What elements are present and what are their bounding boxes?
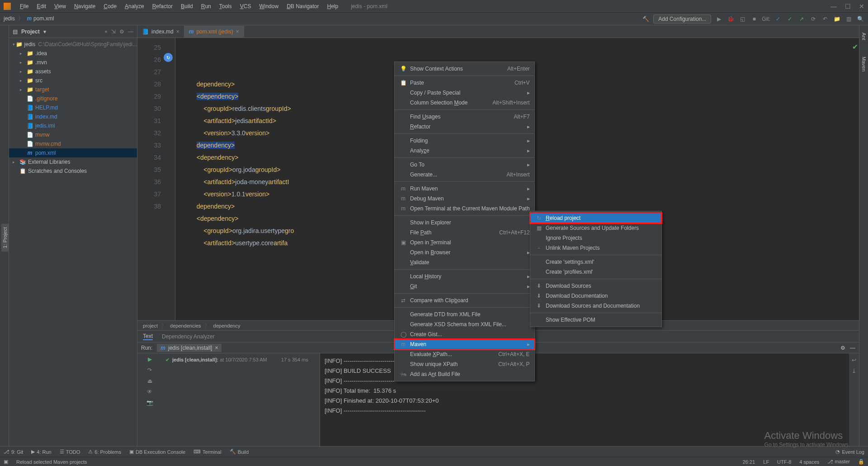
menu-navigate[interactable]: Navigate	[71, 1, 99, 11]
menu-item-open-in-browser[interactable]: Open in Browser▸	[395, 247, 534, 257]
breadcrumb-root[interactable]: jedis	[4, 15, 15, 22]
menu-build[interactable]: Build	[177, 1, 197, 11]
menu-item-folding[interactable]: Folding▸	[395, 136, 534, 146]
search-icon[interactable]: 🔍	[856, 16, 864, 22]
maven-submenu[interactable]: ↻Reload project▦Generate Sources and Upd…	[530, 211, 662, 327]
fold-gutter[interactable]	[165, 38, 175, 320]
menu-item-run-maven[interactable]: mRun Maven▸	[395, 184, 534, 194]
tool-project[interactable]: 1: Project	[1, 223, 9, 252]
close-icon[interactable]: ✕	[859, 3, 864, 10]
stop-icon[interactable]: ↷	[147, 367, 152, 373]
menu-item-download-sources-and-documentation[interactable]: ⬇Download Sources and Documentation	[530, 301, 661, 311]
expand-icon[interactable]: ⇲	[111, 29, 116, 35]
menu-item-reload-project[interactable]: ↻Reload project	[530, 213, 661, 223]
bb-event-log[interactable]: ◔ Event Log	[835, 449, 864, 455]
hide-icon[interactable]: —	[128, 29, 133, 35]
bb-run[interactable]: ▶ 4: Run	[31, 449, 51, 455]
tree-item[interactable]: 📄mvnw	[9, 130, 137, 139]
menu-item-find-usages[interactable]: Find UsagesAlt+F7	[395, 112, 534, 122]
menu-code[interactable]: Code	[100, 1, 120, 11]
minimize-icon[interactable]: —	[830, 3, 837, 10]
status-enc[interactable]: UTF-8	[777, 459, 791, 465]
menu-item-open-terminal-at-the-current-maven-module-path[interactable]: mOpen Terminal at the Current Maven Modu…	[395, 204, 534, 214]
run-tab[interactable]: m jedis [clean,install] ×	[157, 344, 222, 352]
crumb-item[interactable]: dependencies	[170, 323, 201, 328]
menu-item-git[interactable]: Git▸	[395, 281, 534, 291]
project-tree[interactable]: ▾📁jedisC:\Data\Code\GitHub\SpringFamily\…	[9, 38, 137, 446]
menu-item-local-history[interactable]: Local History▸	[395, 271, 534, 281]
git-rollback-icon[interactable]: ↶	[821, 16, 829, 22]
menu-item-unlink-maven-projects[interactable]: -Unlink Maven Projects	[530, 243, 661, 253]
bb-build[interactable]: 🔨 Build	[230, 449, 249, 455]
bb-git[interactable]: ⎇ 9: Git	[4, 449, 23, 455]
soft-wrap-icon[interactable]: ↩	[852, 357, 856, 363]
menu-item-compare-with-clipboard[interactable]: ⇄Compare with Clipboard	[395, 295, 534, 305]
tree-item[interactable]: ▾📁jedisC:\Data\Code\GitHub\SpringFamily\…	[9, 40, 137, 49]
gear-icon[interactable]: ⚙	[119, 29, 124, 35]
menu-edit[interactable]: Edit	[33, 1, 50, 11]
tree-item[interactable]: 📄mvnw.cmd	[9, 139, 137, 148]
tree-item[interactable]: 📋Scratches and Consoles	[9, 166, 137, 176]
editor-tab[interactable]: 📘 index.md ×	[137, 26, 184, 38]
status-spaces[interactable]: 4 spaces	[799, 459, 819, 465]
menu-item-generate-sources-and-update-folders[interactable]: ▦Generate Sources and Update Folders	[530, 223, 661, 233]
tree-item[interactable]: 📘index.md	[9, 112, 137, 121]
tree-item[interactable]: 📘HELP.md	[9, 103, 137, 112]
menu-item-go-to[interactable]: Go To▸	[395, 160, 534, 170]
tree-item[interactable]: ▸📁target	[9, 85, 137, 94]
menu-window[interactable]: Window	[255, 1, 282, 11]
menu-item-create-gist[interactable]: ◯Create Gist...	[395, 329, 534, 339]
menu-tools[interactable]: Tools	[216, 1, 236, 11]
ide-folder-icon[interactable]: 📁	[833, 16, 841, 22]
tree-item[interactable]: ▸📁assets	[9, 67, 137, 76]
stop-icon[interactable]: ■	[750, 16, 758, 22]
menu-view[interactable]: View	[51, 1, 70, 11]
menu-item-create-settings-xml[interactable]: Create 'settings.xml'	[530, 257, 661, 267]
menu-item-column-selection-mode[interactable]: Column Selection ModeAlt+Shift+Insert	[395, 98, 534, 108]
menu-file[interactable]: File	[16, 1, 32, 11]
bb-todo[interactable]: ☰ TODO	[60, 449, 80, 455]
project-pane-title[interactable]: Project	[21, 29, 40, 35]
tab-text[interactable]: Text	[143, 333, 153, 340]
menu-item-show-context-actions[interactable]: 💡Show Context ActionsAlt+Enter	[395, 64, 534, 74]
menu-item-generate-dtd-from-xml-file[interactable]: Generate DTD from XML File	[395, 309, 534, 319]
menu-item-file-path[interactable]: File PathCtrl+Alt+F12	[395, 228, 534, 238]
git-commit-icon[interactable]: ✓	[786, 16, 794, 22]
menu-item-download-documentation[interactable]: ⬇Download Documentation	[530, 291, 661, 301]
tree-item[interactable]: ▸📁.mvn	[9, 58, 137, 67]
close-icon[interactable]: ×	[215, 345, 218, 351]
crumb-item[interactable]: dependency	[213, 323, 241, 328]
bb-problems[interactable]: ⚠ 6: Problems	[88, 449, 121, 455]
menu-item-generate-xsd-schema-from-xml-file[interactable]: Generate XSD Schema from XML File...	[395, 319, 534, 329]
menu-refactor[interactable]: Refactor	[149, 1, 176, 11]
menu-item-open-in-terminal[interactable]: ▣Open in Terminal	[395, 238, 534, 247]
git-history-icon[interactable]: ⟳	[809, 16, 817, 22]
debug-icon[interactable]: 🐞	[726, 16, 735, 22]
menu-db-navigator[interactable]: DB Navigator	[283, 1, 322, 11]
menu-vcs[interactable]: VCS	[236, 1, 255, 11]
hide-icon[interactable]: —	[850, 345, 855, 351]
menu-help[interactable]: Help	[324, 1, 342, 11]
editor-tab[interactable]: m pom.xml (jedis) ×	[184, 26, 244, 38]
rerun-icon[interactable]: ▶	[148, 356, 152, 362]
menu-run[interactable]: Run	[198, 1, 215, 11]
tree-item[interactable]: ▸📁src	[9, 76, 137, 85]
view-icon[interactable]: 👁	[147, 389, 152, 395]
menu-item-refactor[interactable]: Refactor▸	[395, 122, 534, 132]
tree-item[interactable]: ▸📁.idea	[9, 49, 137, 58]
scroll-end-icon[interactable]: ⤓	[852, 368, 856, 374]
menu-item-maven[interactable]: mMaven▸	[395, 339, 534, 349]
tree-item[interactable]: 📄.gitignore	[9, 94, 137, 103]
close-icon[interactable]: ×	[176, 29, 179, 35]
menu-item-paste[interactable]: 📋PasteCtrl+V	[395, 78, 534, 88]
filter-icon[interactable]: ⏏	[147, 378, 152, 384]
coverage-icon[interactable]: ◱	[738, 16, 746, 22]
status-icon[interactable]: ▣	[4, 459, 8, 465]
inspection-ok-icon[interactable]: ✔	[852, 41, 858, 53]
project-scope-icon[interactable]: ▤	[13, 29, 18, 35]
menu-item-analyze[interactable]: Analyze▸	[395, 146, 534, 156]
lock-icon[interactable]: 🔒	[858, 459, 864, 465]
tree-item[interactable]: mpom.xml	[9, 148, 137, 157]
tree-item[interactable]: ▸📚External Libraries	[9, 157, 137, 166]
tab-dependency-analyzer[interactable]: Dependency Analyzer	[162, 333, 215, 340]
